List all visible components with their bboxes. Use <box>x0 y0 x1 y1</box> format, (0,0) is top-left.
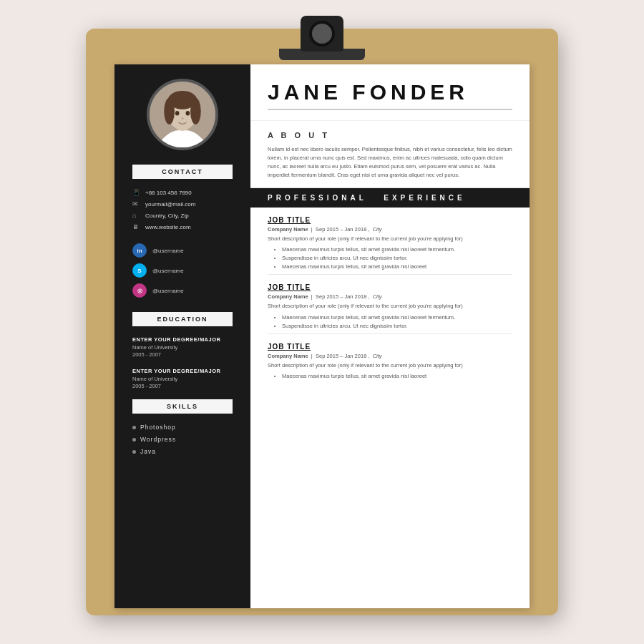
main-content: JANE FONDER A B O U T Nullam id est nec … <box>250 64 530 608</box>
job-meta-3: Company Name | Sep 2015 – Jan 2018 , Cit… <box>268 353 512 359</box>
social-instagram: ◎ @username <box>132 283 233 298</box>
skill-3: Java <box>132 448 233 455</box>
clipboard: CONTACT 📱 +88 103 456 7890 ✉ yourmail@ma… <box>86 29 558 615</box>
contact-email: ✉ yourmail@mail.com <box>132 200 233 208</box>
bullet-item: Suspendisse in ultricies arcu. Ut nec di… <box>282 322 512 331</box>
svg-point-5 <box>164 98 175 125</box>
job-desc-3: Short description of your role (only if … <box>268 361 512 369</box>
bullet-item: Maecenas maximus turpis tellus, sit amet… <box>282 372 512 381</box>
bullet-icon <box>132 450 136 454</box>
social-skype: S @username <box>132 263 233 278</box>
experience-content: JOB TITLE Company Name | Sep 2015 – Jan … <box>250 208 530 384</box>
monitor-icon: 🖥 <box>132 223 141 230</box>
experience-header: PROFESSIONAL EXPERIENCE <box>250 188 530 208</box>
job-meta-2: Company Name | Sep 2015 – Jan 2018 , Cit… <box>268 293 512 300</box>
job-bullets-2: Maecenas maximus turpis tellus, sit amet… <box>268 313 512 331</box>
job-entry-2: JOB TITLE Company Name | Sep 2015 – Jan … <box>268 283 512 330</box>
separator <box>268 274 512 275</box>
svg-point-8 <box>186 111 190 115</box>
svg-point-6 <box>190 98 201 125</box>
home-icon: ⌂ <box>132 212 141 219</box>
experience-heading-light: EXPERIENCE <box>384 194 465 202</box>
skills-section-label: SKILLS <box>132 399 233 414</box>
phone-icon: 📱 <box>132 189 141 196</box>
skype-icon: S <box>132 263 147 278</box>
company-2: Company Name <box>268 293 308 300</box>
dates-2: Sep 2015 – Jan 2018 <box>316 293 366 300</box>
dates-3: Sep 2015 – Jan 2018 <box>316 353 366 359</box>
resume-document: CONTACT 📱 +88 103 456 7890 ✉ yourmail@ma… <box>114 64 530 608</box>
bullet-item: Maecenas maximus turpis tellus, sit amet… <box>282 245 512 254</box>
job-title-2: JOB TITLE <box>268 283 512 291</box>
company-1: Company Name <box>268 226 308 233</box>
experience-heading-bold: PROFESSIONAL <box>268 194 367 202</box>
job-meta-1: Company Name | Sep 2015 – Jan 2018 , Cit… <box>268 226 512 233</box>
contact-website: 🖥 www.website.com <box>132 223 233 230</box>
job-desc-2: Short description of your role (only if … <box>268 302 512 310</box>
job-entry-1: JOB TITLE Company Name | Sep 2015 – Jan … <box>268 216 512 271</box>
job-desc-1: Short description of your role (only if … <box>268 235 512 243</box>
contact-phone: 📱 +88 103 456 7890 <box>132 189 233 196</box>
city-3: City <box>373 353 382 359</box>
instagram-icon: ◎ <box>132 283 147 298</box>
social-linkedin: in @username <box>132 243 233 258</box>
about-section: A B O U T Nullam id est nec libero iacul… <box>250 121 530 188</box>
job-entry-3: JOB TITLE Company Name | Sep 2015 – Jan … <box>268 343 512 381</box>
name-underline <box>268 109 512 110</box>
email-icon: ✉ <box>132 200 141 208</box>
separator <box>268 333 512 334</box>
job-title-3: JOB TITLE <box>268 343 512 351</box>
bullet-item: Maecenas maximus turpis tellus, sit amet… <box>282 313 512 322</box>
job-bullets-3: Maecenas maximus turpis tellus, sit amet… <box>268 372 512 381</box>
about-heading: A B O U T <box>268 131 512 140</box>
svg-point-7 <box>175 111 180 115</box>
skill-1: Photoshop <box>132 424 233 431</box>
city-2: City <box>373 293 382 300</box>
sidebar: CONTACT 📱 +88 103 456 7890 ✉ yourmail@ma… <box>114 64 250 608</box>
bullet-item: Maecenas maximus turpis tellus, sit amet… <box>282 263 512 271</box>
job-title-1: JOB TITLE <box>268 216 512 224</box>
avatar <box>147 79 218 150</box>
dates-1: Sep 2015 – Jan 2018 <box>316 226 366 233</box>
name-header: JANE FONDER <box>250 64 530 121</box>
bullet-item: Suspendisse in ultricies arcu. Ut nec di… <box>282 254 512 263</box>
education-entry-2: ENTER YOUR DEGREE/MAJOR Name of Universi… <box>132 368 233 389</box>
candidate-name: JANE FONDER <box>268 80 512 104</box>
job-bullets-1: Maecenas maximus turpis tellus, sit amet… <box>268 245 512 271</box>
about-text: Nullam id est nec libero iaculis semper.… <box>268 145 512 180</box>
svg-point-9 <box>181 117 184 119</box>
city-1: City <box>373 226 382 233</box>
bullet-icon <box>132 438 136 441</box>
contact-address: ⌂ Country, City, Zip <box>132 212 233 219</box>
company-3: Company Name <box>268 353 308 359</box>
bullet-icon <box>132 426 136 429</box>
skill-2: Wordpress <box>132 436 233 443</box>
education-section-label: EDUCATION <box>132 312 233 326</box>
clip-metal <box>301 16 343 52</box>
contact-section-label: CONTACT <box>132 165 233 179</box>
education-entry-1: ENTER YOUR DEGREE/MAJOR Name of Universi… <box>132 336 233 358</box>
linkedin-icon: in <box>132 243 147 258</box>
